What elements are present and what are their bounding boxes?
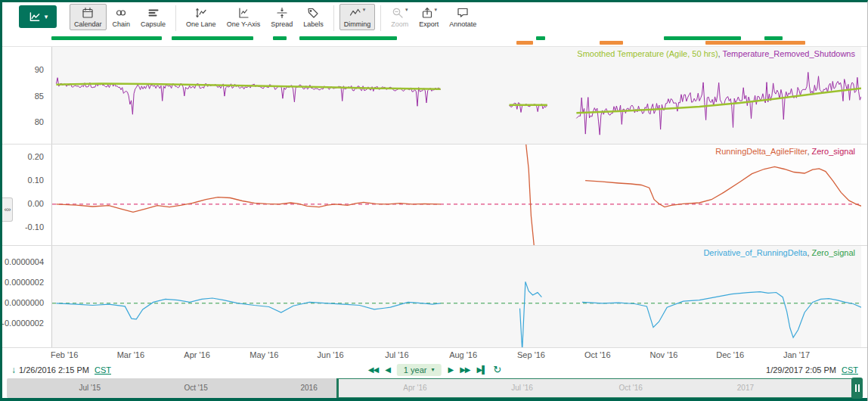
toolbar-spread-button[interactable]: Spread [266, 4, 297, 30]
auto-update-button[interactable]: ↻ [493, 364, 501, 375]
temperature-legend: Smoothed Temperature (Agile, 50 hrs), Te… [577, 49, 855, 58]
range-start-timezone[interactable]: CST [95, 365, 111, 375]
toolbar-export-button[interactable]: ▾ Export [414, 4, 443, 30]
y-axis-tick-label: 80 [35, 117, 44, 126]
toolbar-calendar-button[interactable]: Calendar [70, 4, 107, 30]
jump-back-button[interactable]: ◀◀ [368, 365, 378, 374]
capsule-icon [147, 7, 160, 21]
time-scrollbar-track[interactable]: Jul '15Oct '152016Apr '16Jul '16Oct '162… [7, 378, 863, 398]
time-navigation-controls: ◀◀◀ 1 year ▾ ▶▶▶▶▌↻ [368, 364, 501, 376]
jump-forward-button[interactable]: ▶▶ [460, 365, 470, 374]
trend-chart-icon [28, 11, 42, 23]
capsule-timebar [2, 34, 867, 46]
toolbar-one-y-axis-button[interactable]: One Y-Axis [222, 4, 265, 30]
export-icon [421, 7, 433, 21]
toolbar-annotate-button[interactable]: Annotate [445, 4, 481, 30]
range-end-timezone[interactable]: CST [842, 365, 858, 375]
legend-item[interactable]: Zero_signal [812, 147, 855, 156]
step-forward-button[interactable]: ▶ [448, 365, 453, 374]
worksheet-view-dropdown[interactable]: ▾ [19, 5, 57, 28]
toolbar-button-label: One Lane [186, 20, 216, 28]
toolbar-button-label: Annotate [449, 20, 476, 28]
x-axis-month-label: Oct '16 [584, 350, 611, 359]
duration-selector[interactable]: 1 year ▾ [397, 364, 442, 376]
chevron-down-icon: ▾ [405, 7, 408, 13]
derivative-lane: 0.00000040.00000020.0000000-0.0000002 De… [2, 246, 867, 348]
toolbar-button-label: Dimming [344, 20, 371, 28]
y-axis-running-delta[interactable]: 0.200.100.00-0.10 [2, 145, 51, 245]
legend-item[interactable]: Temperature_Removed_Shutdowns [723, 49, 856, 58]
series-RunningDelta_AgileFilter[interactable] [525, 145, 535, 245]
display-range-start[interactable]: ↓ 1/26/2016 2:15 PM CST [11, 365, 111, 375]
x-axis[interactable]: Feb '16Mar '16Apr '16May '16Jun '16Jul '… [2, 348, 867, 362]
toolbar-separator [333, 5, 334, 31]
capsule-bar[interactable] [536, 36, 545, 40]
capsule-bar[interactable] [764, 36, 783, 40]
legend-item[interactable]: RunningDelta_AgileFilter [715, 147, 807, 156]
series-RunningDelta_AgileFilter[interactable] [585, 166, 861, 207]
series-Temperature_Removed_Shutdowns[interactable] [576, 73, 861, 135]
y-axis-temperature[interactable]: 908580 [2, 47, 51, 144]
one-y-axis-icon [237, 7, 250, 21]
x-axis-month-label: Sep '16 [517, 350, 545, 359]
x-axis-month-label: Feb '16 [51, 350, 78, 359]
toolbar-button-label: Export [419, 20, 439, 28]
range-start-date[interactable]: 1/26/2016 2:15 PM [19, 365, 89, 375]
scrollbar-resize-handle[interactable] [851, 378, 863, 399]
y-axis-tick-label: 0.20 [28, 152, 44, 161]
toolbar-labels-button[interactable]: Labels [299, 4, 328, 30]
toolbar-button-label: One Y-Axis [227, 20, 261, 28]
capsule-bar[interactable] [600, 41, 623, 45]
capsule-bar[interactable] [273, 36, 287, 40]
capsule-bar[interactable] [172, 36, 253, 40]
series-Derivative_of_RunningDelta[interactable] [56, 298, 440, 319]
capsule-bar[interactable] [705, 41, 806, 45]
series-Derivative_of_RunningDelta[interactable] [582, 292, 861, 338]
legend-item[interactable]: Smoothed Temperature (Agile, 50 hrs) [577, 49, 718, 58]
y-axis-tick-label: 0.10 [28, 176, 44, 185]
step-back-button[interactable]: ◀ [385, 365, 390, 374]
capsule-bar[interactable] [664, 36, 741, 40]
toolbar-button-label: Calendar [74, 20, 102, 28]
collapse-panel-handle[interactable]: «» [2, 197, 13, 222]
chevron-down-icon: ▾ [431, 366, 434, 373]
y-axis-tick-label: -0.10 [25, 222, 44, 232]
toolbar-separator [380, 5, 381, 31]
range-end-date[interactable]: 1/29/2017 2:05 PM [766, 365, 836, 375]
toolbar-zoom-button[interactable]: ▾ Zoom [386, 4, 413, 30]
y-axis-derivative[interactable]: 0.00000040.00000020.0000000-0.0000002 [2, 246, 51, 347]
capsule-bar[interactable] [51, 36, 162, 40]
series-Derivative_of_RunningDelta[interactable] [520, 281, 542, 347]
temperature-lane-plot[interactable]: Smoothed Temperature (Agile, 50 hrs), Te… [51, 47, 861, 144]
legend-item[interactable]: Zero_signal [812, 248, 855, 257]
legend-item[interactable]: Derivative_of_RunningDelta [703, 248, 807, 257]
toolbar-dimming-button[interactable]: ▾ Dimming [339, 4, 376, 30]
capsule-bar[interactable] [299, 36, 396, 40]
series-RunningDelta_AgileFilter[interactable] [56, 197, 440, 213]
toolbar-one-lane-button[interactable]: One Lane [181, 4, 221, 30]
chain-icon [115, 7, 127, 21]
y-axis-tick-label: -0.0000002 [2, 319, 44, 328]
series-Smoothed Temperature (Agile, 50 hrs)[interactable] [56, 83, 440, 89]
chevron-down-icon: ▾ [363, 7, 366, 13]
scrollbar-date-label: 2016 [300, 384, 317, 392]
toolbar-button-label: Chain [113, 20, 131, 28]
time-range-footer: ↓ 1/26/2016 2:15 PM CST ◀◀◀ 1 year ▾ ▶▶▶… [2, 362, 867, 378]
running-delta-lane-plot[interactable]: RunningDelta_AgileFilter, Zero_signal [51, 145, 861, 245]
y-axis-tick-label: 90 [35, 65, 44, 74]
display-range-end[interactable]: 1/29/2017 2:05 PM CST [766, 365, 858, 375]
zoom-out-icon [392, 7, 404, 21]
dimming-icon [349, 7, 361, 21]
trend-chart: 908580 Smoothed Temperature (Agile, 50 h… [2, 46, 867, 362]
toolbar-capsule-button[interactable]: Capsule [136, 4, 170, 30]
toolbar-chain-button[interactable]: Chain [108, 4, 135, 30]
running-delta-lane: 0.200.100.00-0.10 RunningDelta_AgileFilt… [2, 145, 867, 246]
go-to-end-button[interactable]: ▶▌ [477, 365, 487, 374]
seeq-workbench-window: ▾ Calendar Chain Capsule [0, 0, 868, 401]
toolbar-button-label: Zoom [391, 20, 408, 28]
capsule-bar[interactable] [516, 41, 532, 45]
time-scrollbar-selection[interactable] [336, 378, 857, 398]
series-Smoothed Temperature (Agile, 50 hrs)[interactable] [576, 89, 861, 113]
derivative-lane-plot[interactable]: Derivative_of_RunningDelta, Zero_signal [51, 246, 861, 347]
x-axis-month-label: Jan '17 [783, 350, 810, 359]
